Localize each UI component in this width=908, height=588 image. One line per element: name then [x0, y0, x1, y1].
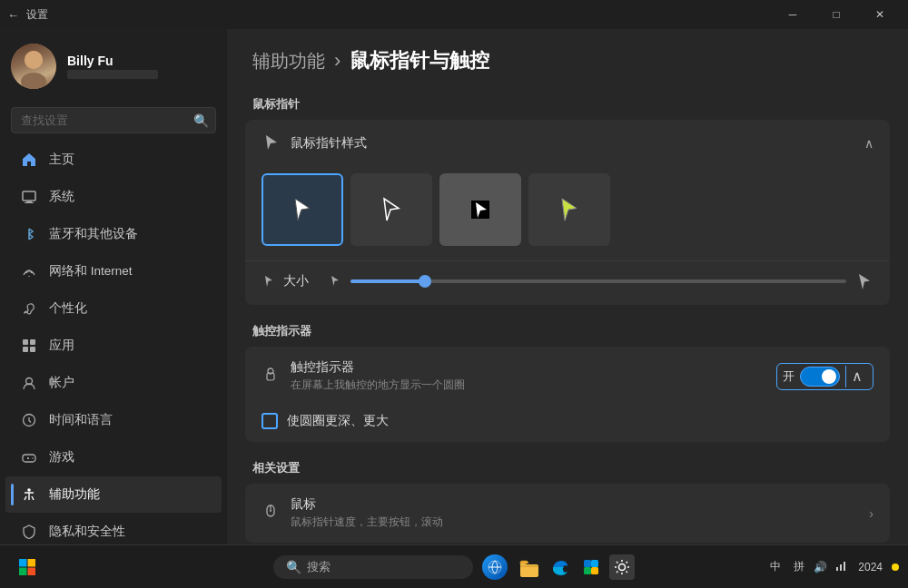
user-section[interactable]: Billy Fu	[0, 29, 227, 103]
sidebar-item-personalize[interactable]: 个性化	[5, 290, 222, 327]
user-subtitle	[67, 70, 158, 79]
taskbar-left	[9, 549, 45, 585]
taskbar-icon-globe[interactable]	[479, 551, 511, 583]
related-item-left: 鼠标 鼠标指针速度，主要按钮，滚动	[262, 496, 443, 530]
size-label-container: 大小	[262, 273, 316, 289]
home-icon	[20, 151, 38, 169]
sidebar-item-time[interactable]: 时间和语言	[5, 402, 222, 438]
close-button[interactable]: ✕	[859, 0, 901, 29]
svg-rect-24	[584, 560, 591, 567]
svg-point-17	[270, 510, 271, 512]
svg-rect-19	[28, 559, 36, 567]
bluetooth-icon	[20, 225, 38, 243]
toggle-thumb	[822, 369, 836, 384]
time-display[interactable]: 2024	[854, 559, 886, 575]
nav-label-gaming: 游戏	[49, 449, 74, 466]
avatar	[11, 44, 56, 89]
sidebar: Billy Fu 🔍 主页 系统	[0, 29, 227, 544]
volume-icon[interactable]: 🔊	[814, 561, 827, 573]
toggle-expand-btn[interactable]: ∧	[845, 366, 867, 387]
size-slider-track[interactable]	[350, 279, 846, 283]
breadcrumb-title: 辅助功能 › 鼠标指针与触控	[252, 47, 883, 74]
nav-label-network: 网络和 Internet	[49, 263, 133, 279]
cursor-styles-list	[245, 166, 890, 260]
touch-indicator-card: 触控指示器 在屏幕上我触控的地方显示一个圆圈 开 ∧ 使圆圈更深、更大	[245, 347, 890, 442]
cursor-style-header-left: 鼠标指针样式	[262, 132, 367, 153]
taskbar-search-bar[interactable]: 🔍 搜索	[273, 555, 473, 579]
breadcrumb-parent[interactable]: 辅助功能	[252, 49, 325, 74]
network-tray-icon[interactable]	[833, 557, 849, 576]
related-item-mouse[interactable]: 鼠标 鼠标指针速度，主要按钮，滚动 ›	[245, 484, 890, 543]
nav-label-personalize: 个性化	[49, 300, 87, 317]
svg-rect-27	[591, 567, 598, 574]
minimize-button[interactable]: ─	[772, 0, 814, 29]
toggle-track[interactable]	[800, 367, 840, 387]
taskbar-icon-settings-active[interactable]	[609, 554, 635, 580]
cursor-style-option-1[interactable]	[262, 173, 343, 246]
nav-label-time: 时间和语言	[49, 412, 113, 428]
sidebar-item-system[interactable]: 系统	[5, 179, 222, 215]
sidebar-item-apps[interactable]: 应用	[5, 328, 222, 364]
privacy-icon	[20, 523, 38, 541]
touch-title-block: 触控指示器 在屏幕上我触控的地方显示一个圆圈	[291, 359, 465, 393]
ime-text[interactable]: 中	[766, 557, 785, 576]
taskbar-center: 🔍 搜索	[273, 551, 635, 583]
mouse-icon	[262, 503, 280, 524]
sidebar-item-home[interactable]: 主页	[5, 142, 222, 178]
sidebar-item-privacy[interactable]: 隐私和安全性	[5, 514, 222, 544]
nav-label-home: 主页	[49, 152, 74, 168]
nav-label-bluetooth: 蓝牙和其他设备	[49, 226, 138, 242]
layout-text[interactable]: 拼	[790, 557, 808, 576]
notification-dot[interactable]	[892, 564, 899, 571]
cursor-style-option-2[interactable]	[350, 173, 432, 246]
breadcrumb-separator: ›	[334, 49, 340, 73]
apps-icon	[20, 337, 38, 355]
taskbar-icon-explorer[interactable]	[517, 554, 542, 580]
user-name: Billy Fu	[67, 54, 158, 68]
search-input[interactable]	[11, 107, 216, 133]
size-slider-fill	[350, 279, 425, 283]
svg-rect-18	[19, 559, 27, 567]
taskbar-search-text: 搜索	[307, 559, 331, 575]
related-item-subtitle: 鼠标指针速度，主要按钮，滚动	[291, 514, 443, 530]
sidebar-item-accessibility[interactable]: 辅助功能	[5, 476, 222, 513]
checkbox-deeper-bigger[interactable]	[262, 413, 278, 429]
svg-point-13	[27, 488, 31, 492]
breadcrumb-current: 鼠标指针与触控	[350, 47, 489, 74]
taskbar-search-icon: 🔍	[286, 560, 301, 574]
start-button[interactable]	[9, 549, 45, 585]
checkbox-row: 使圆圈更深、更大	[245, 406, 890, 442]
toggle-on-label: 开	[783, 368, 794, 385]
taskbar-icon-edge[interactable]	[548, 554, 573, 580]
svg-rect-25	[591, 560, 598, 567]
taskbar: 🔍 搜索 中 拼 🔊 2024	[0, 544, 908, 588]
cursor-style-header[interactable]: 鼠标指针样式 ∧	[245, 120, 890, 166]
cursor-style-card: 鼠标指针样式 ∧	[245, 120, 890, 305]
cursor-style-option-3[interactable]	[439, 173, 521, 246]
cursor-style-option-4[interactable]	[528, 173, 610, 246]
avatar-image	[11, 44, 56, 89]
content-area: 辅助功能 › 鼠标指针与触控 鼠标指针 鼠标指针样式 ∧	[227, 29, 908, 544]
size-slider-thumb[interactable]	[419, 275, 431, 288]
svg-rect-20	[19, 567, 27, 575]
related-item-title: 鼠标	[291, 496, 443, 513]
size-slider-container	[329, 272, 873, 290]
size-label-text: 大小	[283, 273, 309, 289]
sidebar-item-gaming[interactable]: 游戏	[5, 439, 222, 475]
taskbar-icon-store[interactable]	[578, 554, 604, 580]
sidebar-item-accounts[interactable]: 帐户	[5, 365, 222, 401]
sidebar-item-network[interactable]: 网络和 Internet	[5, 253, 222, 289]
collapse-icon[interactable]: ∧	[864, 136, 873, 151]
section-touch-title: 触控指示器	[227, 316, 908, 347]
cursor-default-svg	[286, 193, 319, 226]
title-bar-controls: ─ □ ✕	[772, 0, 901, 29]
svg-point-2	[25, 51, 43, 69]
taskbar-right: 中 拼 🔊 2024	[766, 557, 899, 576]
toggle-wrapper[interactable]: 开 ∧	[776, 363, 873, 390]
size-large-icon	[855, 272, 873, 290]
sidebar-item-bluetooth[interactable]: 蓝牙和其他设备	[5, 216, 222, 252]
account-icon	[20, 374, 38, 392]
touch-indicator-header: 触控指示器 在屏幕上我触控的地方显示一个圆圈 开 ∧	[245, 347, 890, 406]
maximize-button[interactable]: □	[815, 0, 857, 29]
back-arrow[interactable]: ←	[7, 8, 19, 22]
